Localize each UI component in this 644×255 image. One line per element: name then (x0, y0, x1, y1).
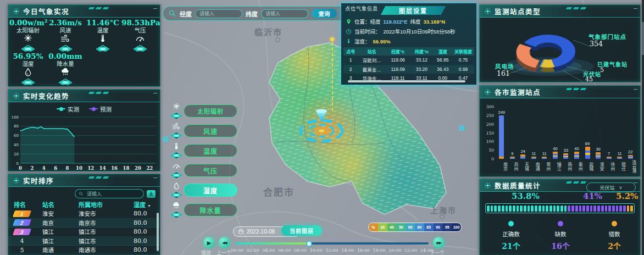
col-metric[interactable]: 湿度 ▼ (134, 200, 160, 209)
minimize-icon[interactable]: ─ (634, 5, 637, 12)
time-slider[interactable] (235, 242, 429, 245)
bar (563, 153, 568, 159)
bar-南京[interactable]: 249 (496, 110, 507, 159)
metric-label: 气压 (121, 27, 159, 34)
bar-常州[interactable]: 11 (539, 151, 550, 159)
previous-button[interactable]: ◀◀ (219, 237, 230, 248)
metric-pressure: 98.53hPa 气压 (121, 19, 159, 52)
bar-连云港[interactable]: 22 (625, 149, 636, 159)
quality-segment (524, 206, 526, 212)
layer-row-pressure: 气压 (169, 163, 237, 178)
expand-right-panel-icon[interactable]: » (458, 120, 465, 135)
bar-南通[interactable]: 11 (529, 151, 540, 159)
quality-segment (630, 206, 633, 212)
layer-button-wind[interactable]: 风速 (184, 124, 237, 137)
metric-value: 11.46°C (84, 19, 121, 27)
bar-苏州[interactable]: 9 (507, 151, 518, 159)
cell-station: 南通 (42, 246, 79, 254)
current-layer-button[interactable]: 当前图层 (281, 225, 322, 236)
collapse-left-panel-icon[interactable]: « (162, 131, 169, 146)
popup-time-row: 当前时间：2022年10月10日09时58分58秒 (346, 26, 473, 36)
popup-location-row: 位置：经度119.022°E纬度33.169°N (346, 16, 473, 26)
colorbar-tick: % (369, 223, 378, 231)
bar-徐州[interactable]: 7 (603, 151, 614, 159)
layer-button-rain[interactable]: 降水量 (184, 203, 237, 217)
legend-label: 预测 (100, 105, 112, 113)
time-tick-labels: 00:0002:0004:0006:0008:0010:0012:0014:00… (231, 248, 433, 253)
layer-button-solar[interactable]: 太阳辐射 (184, 104, 237, 118)
time-slider-handle[interactable] (306, 241, 312, 247)
bar-泰州[interactable]: 40 (571, 146, 582, 159)
sort-icon[interactable]: ▼ (147, 204, 151, 208)
ranking-row[interactable]: 2 南京 南京市 80.0 (8, 219, 160, 228)
page-scrollbar[interactable] (642, 0, 644, 255)
trend-line-chart: 0204060801000246810121416182022 (9, 114, 159, 171)
compass-icon (13, 177, 20, 184)
metric-label: 降水量 (47, 60, 84, 67)
table-row[interactable]: 2 戴莫金… 119.09 33.20 36.43 0.69 (343, 65, 474, 74)
cell-station: 南京 (42, 219, 79, 227)
clock-icon (346, 29, 352, 35)
quality-segment (590, 206, 593, 212)
solar-radiation-icon (169, 103, 184, 119)
next-button[interactable]: ▶▶ (433, 237, 445, 248)
minimize-icon[interactable]: ─ (153, 90, 157, 96)
bar-label: 南京 (496, 160, 507, 173)
download-button[interactable] (147, 190, 156, 198)
cell-station: 镇江 (42, 228, 79, 236)
legend-forecast[interactable]: 预测 (89, 105, 112, 113)
bar-扬州[interactable]: 33 (560, 148, 571, 159)
longitude-input[interactable] (195, 9, 242, 18)
scrollbar-thumb[interactable] (642, 22, 644, 55)
ranking-row[interactable]: 3 镇江 镇江市 80.0 (8, 228, 160, 237)
ranking-search-input[interactable] (86, 191, 140, 197)
query-button[interactable]: 查询 (312, 9, 337, 18)
table-row[interactable]: 1 深能刘… 119.06 33.12 56.95 0.75 (343, 56, 474, 65)
quality-segment (593, 206, 596, 212)
bar-盐城[interactable]: 69 (582, 141, 593, 159)
quality-segment (546, 206, 548, 212)
bar-无锡[interactable]: 24 (518, 149, 529, 159)
panel-city-stations: 各市监测站点 ─ 050100150200250300 249924111140… (479, 85, 641, 177)
quality-segment (491, 206, 493, 212)
layer-settings-tab[interactable]: 图层设置 (381, 6, 446, 15)
ranking-scrollbar[interactable] (157, 213, 159, 251)
minimize-icon[interactable]: ─ (153, 175, 157, 181)
ranking-toolbar (8, 187, 160, 198)
ranking-row[interactable]: 4 镇江 镇江市 80.0 (8, 237, 160, 246)
col-pointno: 点号 (343, 47, 358, 56)
minimize-icon[interactable]: ─ (153, 5, 157, 12)
bar-value: 7 (608, 151, 610, 156)
bar-value: 40 (574, 146, 579, 151)
play-button[interactable]: ▶ (203, 237, 215, 248)
quality-segment (531, 206, 534, 212)
missing-dot-icon (558, 221, 563, 226)
layer-button-humidity[interactable]: 湿度 (184, 184, 237, 197)
map-marker[interactable] (294, 108, 349, 147)
layer-button-pressure[interactable]: 气压 (184, 164, 237, 177)
bar-宿迁[interactable]: 11 (614, 151, 625, 159)
cell-name: 深能刘… (358, 56, 386, 65)
bar-淮安[interactable]: 39 (593, 147, 604, 159)
svg-text:14: 14 (99, 165, 106, 171)
latitude-input[interactable] (261, 9, 308, 18)
bar-label: 南通 (529, 160, 540, 173)
quality-segment (549, 206, 552, 212)
metric-value: 0.00mm (47, 52, 84, 60)
time-label: 当前时间： (354, 27, 381, 35)
play-label: 播放 (201, 249, 211, 255)
popup-horizontal-scrollbar[interactable] (348, 80, 465, 82)
ranking-header-row: 排名 站名 所属地市 湿度 ▼ (8, 199, 160, 209)
col-hum: 湿度 (433, 47, 452, 56)
panel-title: 实时排序 (23, 175, 54, 186)
forecast-legend-icon (89, 108, 98, 109)
legend-measured[interactable]: 实测 (57, 105, 79, 113)
bar-镇江[interactable]: 40 (550, 146, 561, 159)
ranking-row[interactable]: 5 南通 南通市 80.0 (8, 246, 160, 255)
previous-label: 上一个 (216, 249, 231, 255)
minimize-icon[interactable]: ─ (634, 86, 637, 92)
ranking-row[interactable]: 1 淮安 淮安市 80.0 (8, 209, 160, 219)
cell-city: 镇江市 (79, 237, 134, 245)
layer-button-temp[interactable]: 温度 (184, 144, 237, 157)
quality-segment (597, 206, 600, 212)
